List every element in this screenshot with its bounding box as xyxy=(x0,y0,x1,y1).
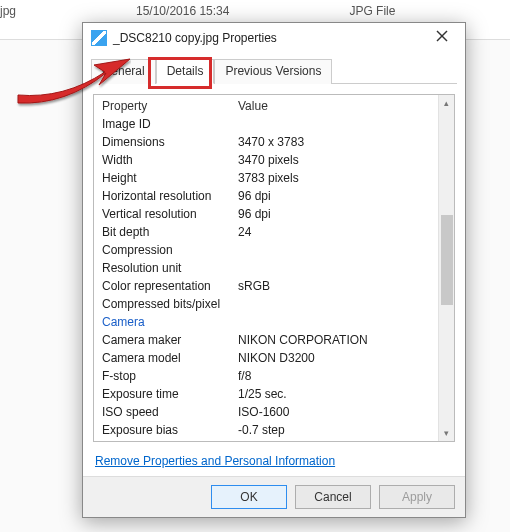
property-name: Compression xyxy=(100,243,238,257)
property-row[interactable]: Focal length50 mm xyxy=(100,439,448,441)
scroll-thumb[interactable] xyxy=(441,215,453,305)
ok-button[interactable]: OK xyxy=(211,485,287,509)
remove-properties-link[interactable]: Remove Properties and Personal Informati… xyxy=(95,454,335,468)
close-button[interactable] xyxy=(427,26,457,50)
link-row: Remove Properties and Personal Informati… xyxy=(83,448,465,476)
property-row[interactable]: Camera makerNIKON CORPORATION xyxy=(100,331,448,349)
column-headers: Property Value xyxy=(100,97,448,115)
property-row[interactable]: F-stopf/8 xyxy=(100,367,448,385)
property-row[interactable]: ISO speedISO-1600 xyxy=(100,403,448,421)
property-value: f/8 xyxy=(238,369,448,383)
property-name: Resolution unit xyxy=(100,261,238,275)
property-row[interactable]: Bit depth24 xyxy=(100,223,448,241)
property-name: Camera maker xyxy=(100,333,238,347)
property-name: Camera model xyxy=(100,351,238,365)
property-name: Compressed bits/pixel xyxy=(100,297,238,311)
bg-type: JPG File xyxy=(349,4,395,18)
close-icon xyxy=(436,30,448,42)
property-row[interactable]: Exposure time1/25 sec. xyxy=(100,385,448,403)
scroll-up-arrow[interactable]: ▴ xyxy=(439,95,454,111)
property-row[interactable]: Color representationsRGB xyxy=(100,277,448,295)
property-name: Image ID xyxy=(100,117,238,131)
tab-details[interactable]: Details xyxy=(156,59,215,84)
property-name: ISO speed xyxy=(100,405,238,419)
property-value: 96 dpi xyxy=(238,207,448,221)
bg-filename: jpg xyxy=(0,4,16,18)
property-value: NIKON D3200 xyxy=(238,351,448,365)
titlebar: _DSC8210 copy.jpg Properties xyxy=(83,23,465,53)
property-name: F-stop xyxy=(100,369,238,383)
property-name: Bit depth xyxy=(100,225,238,239)
property-row[interactable]: Dimensions3470 x 3783 xyxy=(100,133,448,151)
property-row[interactable]: Exposure bias-0.7 step xyxy=(100,421,448,439)
property-value: 96 dpi xyxy=(238,189,448,203)
apply-button[interactable]: Apply xyxy=(379,485,455,509)
property-row[interactable]: Horizontal resolution96 dpi xyxy=(100,187,448,205)
cancel-button[interactable]: Cancel xyxy=(295,485,371,509)
property-row[interactable]: Height3783 pixels xyxy=(100,169,448,187)
property-value: ISO-1600 xyxy=(238,405,448,419)
property-value: -0.7 step xyxy=(238,423,448,437)
scroll-down-arrow[interactable]: ▾ xyxy=(439,425,454,441)
property-value: sRGB xyxy=(238,279,448,293)
header-property: Property xyxy=(100,99,238,113)
property-value: 3783 pixels xyxy=(238,171,448,185)
tab-general[interactable]: General xyxy=(91,59,156,84)
tab-area: General Details Previous Versions xyxy=(83,53,465,84)
button-bar: OK Cancel Apply xyxy=(83,476,465,517)
property-value: 3470 pixels xyxy=(238,153,448,167)
tab-previous-versions[interactable]: Previous Versions xyxy=(214,59,332,84)
file-icon xyxy=(91,30,107,46)
property-name: Exposure bias xyxy=(100,423,238,437)
header-value: Value xyxy=(238,99,448,113)
property-row[interactable]: Camera modelNIKON D3200 xyxy=(100,349,448,367)
section-camera: Camera xyxy=(100,313,448,331)
vertical-scrollbar[interactable]: ▴ ▾ xyxy=(438,95,454,441)
details-pane: Property Value Image IDDimensions3470 x … xyxy=(93,94,455,442)
property-name: Exposure time xyxy=(100,387,238,401)
properties-dialog: _DSC8210 copy.jpg Properties General Det… xyxy=(82,22,466,518)
property-value: 1/25 sec. xyxy=(238,387,448,401)
property-row[interactable]: Compression xyxy=(100,241,448,259)
property-name: Vertical resolution xyxy=(100,207,238,221)
property-name: Width xyxy=(100,153,238,167)
property-name: Horizontal resolution xyxy=(100,189,238,203)
property-list: Property Value Image IDDimensions3470 x … xyxy=(94,95,454,441)
property-value: NIKON CORPORATION xyxy=(238,333,448,347)
property-name: Color representation xyxy=(100,279,238,293)
bg-date: 15/10/2016 15:34 xyxy=(136,4,229,18)
property-name: Dimensions xyxy=(100,135,238,149)
property-name: Height xyxy=(100,171,238,185)
property-value: 24 xyxy=(238,225,448,239)
window-title: _DSC8210 copy.jpg Properties xyxy=(113,31,427,45)
property-row[interactable]: Resolution unit xyxy=(100,259,448,277)
property-row[interactable]: Width3470 pixels xyxy=(100,151,448,169)
property-row[interactable]: Compressed bits/pixel xyxy=(100,295,448,313)
property-row[interactable]: Image ID xyxy=(100,115,448,133)
property-row[interactable]: Vertical resolution96 dpi xyxy=(100,205,448,223)
property-value: 3470 x 3783 xyxy=(238,135,448,149)
